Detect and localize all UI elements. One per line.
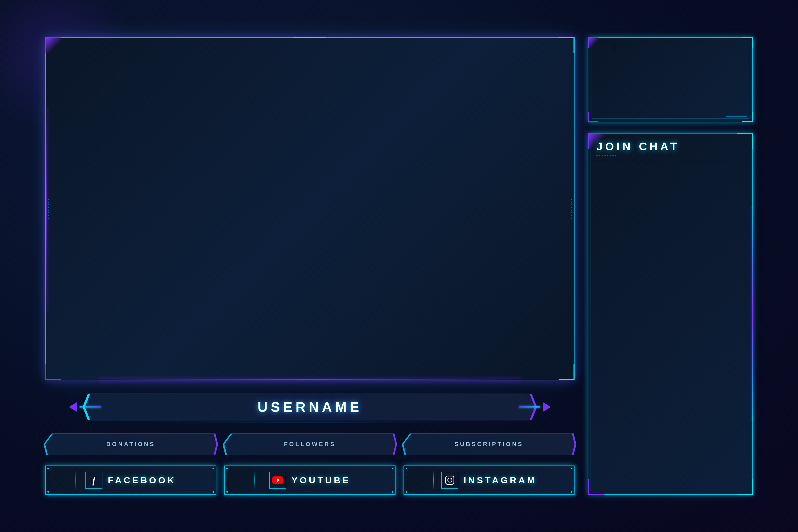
chat-panel: JOIN CHAT: [588, 133, 753, 495]
stat-followers: FOLLOWERS: [224, 434, 395, 455]
stat-donations: DONATIONS: [45, 434, 216, 455]
dot-br: [212, 491, 214, 493]
top-line-left: [62, 37, 247, 38]
stat-donations-label: DONATIONS: [106, 441, 155, 448]
chat-body: [588, 162, 752, 494]
corner-top-left: [45, 37, 61, 53]
dot-bl: [406, 491, 407, 493]
dot-tl: [226, 468, 228, 469]
instagram-divider: [433, 470, 434, 490]
dot-br: [392, 491, 394, 493]
facebook-button[interactable]: f FACEBOOK: [45, 466, 216, 495]
facebook-icon-box: f: [86, 472, 102, 489]
username-accent-left: [79, 406, 101, 407]
dot-bl: [226, 491, 228, 493]
stat-followers-label: FOLLOWERS: [284, 441, 336, 448]
youtube-icon-box: [269, 472, 286, 489]
chat-title: JOIN CHAT: [596, 140, 744, 153]
dot-tr: [571, 468, 572, 469]
dot-tl: [48, 468, 49, 469]
side-dots-right: [571, 199, 572, 218]
instagram-label: INSTAGRAM: [464, 475, 537, 486]
instagram-button[interactable]: INSTAGRAM: [403, 466, 574, 495]
username-bottom-line: [152, 422, 467, 422]
username-section: USERNAME: [45, 391, 574, 423]
corner-bottom-left: [45, 364, 61, 380]
stat-subscriptions-label: SUBSCRIPTIONS: [455, 441, 524, 448]
facebook-divider: [75, 470, 76, 490]
webcam-inner-border: [592, 41, 749, 119]
screen-inner: [45, 37, 574, 380]
webcam-frame: [588, 37, 753, 122]
username-accent-right: [519, 406, 540, 407]
dot-br: [571, 491, 572, 493]
main-layout: USERNAME DONATIONS FOLLOWERS: [45, 37, 753, 495]
username-text: USERNAME: [258, 399, 362, 415]
glow-left: [46, 106, 46, 311]
screen-outer: [45, 37, 574, 380]
top-line-right: [373, 37, 558, 38]
youtube-label: YOUTUBE: [291, 475, 350, 486]
instagram-icon-box: [441, 472, 458, 489]
youtube-divider: [254, 470, 254, 490]
dot-tl: [406, 468, 407, 469]
social-row: f FACEBOOK YOUTUBE: [45, 466, 574, 495]
dot-tr: [392, 468, 394, 469]
glow-bottom: [99, 379, 521, 380]
top-notch: [294, 37, 326, 38]
corner-bottom-right: [558, 364, 574, 380]
username-arrow-right: [543, 402, 551, 412]
dot-bl: [48, 491, 49, 493]
chat-header-dots: [596, 155, 744, 156]
youtube-button[interactable]: YOUTUBE: [224, 466, 395, 495]
youtube-icon: [272, 476, 283, 484]
stat-subscriptions: SUBSCRIPTIONS: [403, 434, 574, 455]
instagram-icon: [445, 476, 454, 484]
side-dots-left: [48, 199, 49, 218]
webcam-circuit-br: [726, 109, 747, 116]
facebook-icon: f: [92, 475, 95, 486]
right-column: JOIN CHAT: [588, 37, 753, 495]
corner-top-right: [558, 37, 574, 53]
username-bar: USERNAME: [85, 394, 535, 420]
left-column: USERNAME DONATIONS FOLLOWERS: [45, 37, 574, 495]
stats-row: DONATIONS FOLLOWERS SUBSCRIPTIONS: [45, 434, 574, 455]
facebook-label: FACEBOOK: [108, 475, 176, 486]
webcam-circuit-tl: [594, 43, 615, 51]
username-arrow-left: [69, 402, 77, 412]
main-screen-frame: [45, 37, 574, 380]
chat-header: JOIN CHAT: [588, 134, 752, 162]
dot-tr: [212, 468, 214, 469]
